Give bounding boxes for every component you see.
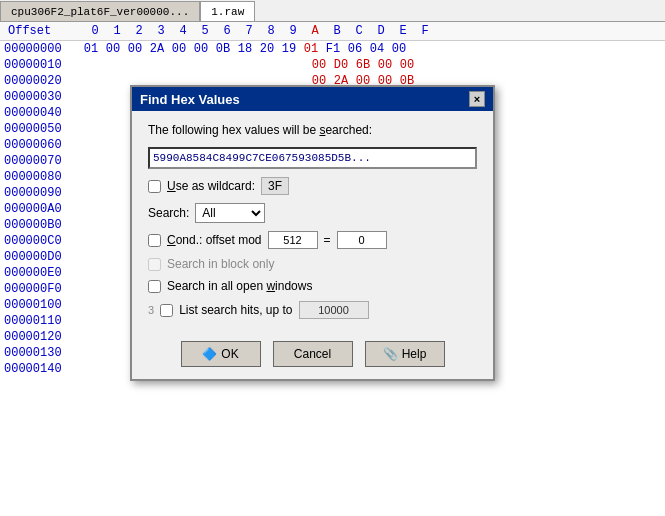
byte-cell [102,201,124,217]
col-header-F: F [414,24,436,38]
cancel-button[interactable]: Cancel [273,341,353,367]
col-header-8: 8 [260,24,282,38]
byte-cell [256,57,278,73]
row-offset: 000000A0 [0,201,80,217]
byte-cell [102,265,124,281]
byte-cell [102,217,124,233]
byte-cell [190,57,212,73]
cond-row: Cond.: offset mod = [148,231,477,249]
row-bytes [80,57,300,73]
byte-cell[interactable]: 19 [278,41,300,57]
ok-label: OK [221,347,238,361]
cond-label: Cond.: offset mod [167,233,262,247]
byte-cell[interactable]: 01 [300,41,322,57]
byte-cell [102,153,124,169]
cancel-label: Cancel [294,347,331,361]
right-byte-cell[interactable]: 00 [374,57,396,73]
byte-cell [102,57,124,73]
byte-cell[interactable]: 00 [124,41,146,57]
search-all-windows-checkbox[interactable] [148,280,161,293]
right-byte-cell[interactable]: 6B [352,57,374,73]
list-hits-checkbox[interactable] [160,304,173,317]
byte-cell [80,169,102,185]
byte-cell [102,137,124,153]
table-row: 000000000100002A00000B18201901F1060400 [0,41,665,57]
byte-cell [80,249,102,265]
ok-button[interactable]: 🔷 OK [181,341,261,367]
search-block-checkbox[interactable] [148,258,161,271]
col-header-A: A [304,24,326,38]
byte-cell [80,185,102,201]
cond-result-input[interactable] [337,231,387,249]
byte-cell [80,313,102,329]
tab-bar: cpu306F2_plat6F_ver00000... 1.raw [0,0,665,22]
col-header-0: 0 [84,24,106,38]
cond-checkbox[interactable] [148,234,161,247]
byte-cell[interactable]: 04 [366,41,388,57]
row-offset: 000000B0 [0,217,80,233]
help-button[interactable]: 📎 Help [365,341,445,367]
right-byte-cell[interactable]: 00 [396,57,418,73]
close-icon: × [474,93,480,105]
tab-file1[interactable]: cpu306F2_plat6F_ver00000... [0,1,200,21]
wildcard-checkbox[interactable] [148,180,161,193]
byte-cell[interactable]: F1 [322,41,344,57]
dialog-title: Find Hex Values [140,92,240,107]
byte-cell [80,89,102,105]
dialog-description: The following hex values will be searche… [148,123,477,137]
byte-cell[interactable]: 06 [344,41,366,57]
row-offset: 00000070 [0,153,80,169]
dialog-footer: 🔷 OK Cancel 📎 Help [132,331,493,379]
byte-cell[interactable]: 18 [234,41,256,57]
cond-mod-input[interactable] [268,231,318,249]
byte-cell [80,361,102,377]
byte-cell[interactable]: 00 [388,41,410,57]
search-dropdown[interactable]: All Selection Current block [195,203,265,223]
wildcard-label: Use as wildcard: [167,179,255,193]
col-header-C: C [348,24,370,38]
byte-cell[interactable]: 0B [212,41,234,57]
hex-value-input[interactable] [148,147,477,169]
row-offset: 00000060 [0,137,80,153]
byte-cell[interactable]: 00 [102,41,124,57]
byte-cell[interactable]: 2A [146,41,168,57]
row-offset: 00000090 [0,185,80,201]
row-right-bytes [410,41,418,57]
byte-cell[interactable]: 00 [168,41,190,57]
row-offset: 00000140 [0,361,80,377]
tab-file1-label: cpu306F2_plat6F_ver00000... [11,6,189,18]
byte-cell [80,105,102,121]
byte-cell [80,121,102,137]
list-hits-number: 3 [148,304,154,316]
byte-cell[interactable]: 01 [80,41,102,57]
list-hits-label: List search hits, up to [179,303,292,317]
byte-cell[interactable]: 00 [190,41,212,57]
byte-cell [80,137,102,153]
right-byte-cell[interactable]: 00 [308,57,330,73]
byte-cell [102,233,124,249]
tab-file2[interactable]: 1.raw [200,1,255,21]
wildcard-value: 3F [261,177,289,195]
byte-cell [80,57,102,73]
search-block-row: Search in block only [148,257,477,271]
search-block-label: Search in block only [167,257,274,271]
cond-eq: = [324,233,331,247]
byte-cell [102,361,124,377]
row-offset: 00000100 [0,297,80,313]
byte-cell [102,313,124,329]
row-offset: 00000110 [0,313,80,329]
byte-cell [102,185,124,201]
list-hits-input[interactable] [299,301,369,319]
search-label: Search: [148,206,189,220]
byte-cell [102,105,124,121]
byte-cell[interactable]: 20 [256,41,278,57]
row-offset: 00000030 [0,89,80,105]
row-offset: 00000050 [0,121,80,137]
right-byte-cell[interactable]: D0 [330,57,352,73]
find-hex-dialog[interactable]: Find Hex Values × The following hex valu… [130,85,495,381]
dialog-close-button[interactable]: × [469,91,485,107]
byte-cell [212,57,234,73]
byte-headers: 0 1 2 3 4 5 6 7 8 9 A B C D E F [84,24,436,38]
col-header-1: 1 [106,24,128,38]
row-offset: 000000E0 [0,265,80,281]
